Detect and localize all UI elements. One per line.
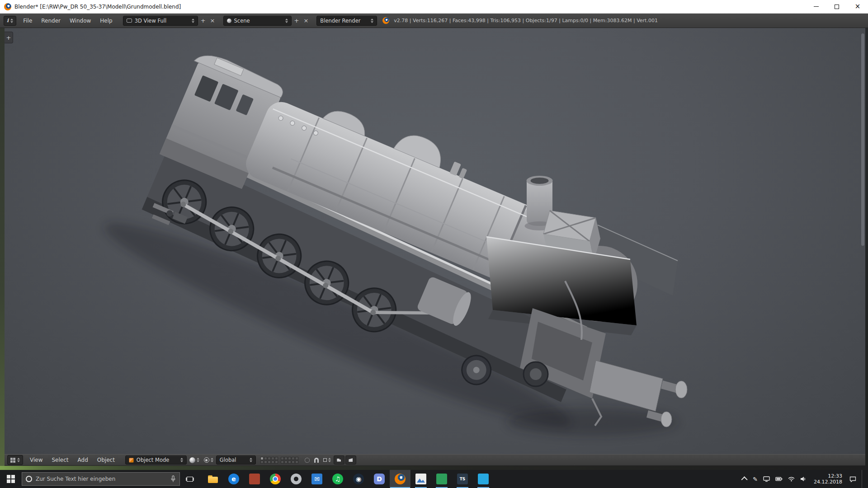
viewport-scrollbar[interactable] <box>861 33 864 246</box>
layer-12[interactable] <box>284 457 288 460</box>
tray-monitor-icon[interactable] <box>763 476 770 482</box>
taskbar-app-app-red[interactable] <box>244 470 265 488</box>
editor-grid-icon <box>10 458 15 463</box>
scene-selector[interactable]: Scene <box>223 16 292 26</box>
menu-render[interactable]: Render <box>37 14 65 28</box>
cortana-icon <box>26 476 32 482</box>
layer-9[interactable] <box>271 460 274 464</box>
add-layout-button[interactable]: + <box>199 18 208 23</box>
orientation-value: Global <box>220 457 236 463</box>
transform-orientation-selector[interactable]: Global <box>216 455 256 465</box>
layer-13[interactable] <box>288 457 291 460</box>
layer-16[interactable] <box>281 460 284 464</box>
blender-logo-icon <box>382 17 389 24</box>
taskbar-app-teamspeak[interactable]: TS <box>452 470 473 488</box>
microphone-icon[interactable] <box>170 475 176 483</box>
editor-type-selector[interactable]: i <box>4 16 16 26</box>
viewport-shading-selector[interactable] <box>188 455 201 465</box>
desktop-wallpaper-strip <box>0 466 868 470</box>
taskbar-app-spotify[interactable]: ♫ <box>327 470 348 488</box>
taskbar-app-blender[interactable] <box>390 470 410 488</box>
object-mode-cube-icon <box>129 458 134 463</box>
add-scene-button[interactable]: + <box>292 18 301 23</box>
layer-2[interactable] <box>264 457 267 460</box>
layer-17[interactable] <box>284 460 288 464</box>
window-controls: × <box>806 0 868 13</box>
tray-expand-icon[interactable] <box>741 476 748 483</box>
render-engine-selector[interactable]: Blender Render <box>316 16 377 26</box>
taskbar-clock[interactable]: 12:33 24.12.2018 <box>812 473 844 485</box>
layer-3[interactable] <box>268 457 271 460</box>
tray-pen-icon[interactable]: ✎ <box>753 476 758 483</box>
snap-element-selector[interactable] <box>321 455 333 465</box>
chevron-updown-icon <box>328 458 331 462</box>
layer-11[interactable] <box>281 457 284 460</box>
layer-20[interactable] <box>295 460 298 464</box>
taskbar-app-steam[interactable]: ◉ <box>348 470 369 488</box>
layer-6[interactable] <box>260 460 264 464</box>
toolshelf-expand-tab[interactable]: + <box>5 32 13 43</box>
layer-7[interactable] <box>264 460 267 464</box>
menu-add[interactable]: Add <box>74 455 92 465</box>
layer-19[interactable] <box>292 460 295 464</box>
menu-view[interactable]: View <box>26 455 47 465</box>
maximize-button[interactable] <box>826 0 847 13</box>
mode-selector[interactable]: Object Mode <box>125 455 187 465</box>
taskbar-app-app-green[interactable] <box>431 470 452 488</box>
minimize-icon <box>814 6 819 7</box>
opengl-render-button[interactable] <box>334 455 344 465</box>
blender-icon <box>395 474 406 484</box>
close-button[interactable]: × <box>847 0 868 13</box>
settings-icon <box>291 474 302 484</box>
chevron-updown-icon <box>180 458 183 462</box>
taskbar-app-discord[interactable]: D <box>369 470 390 488</box>
delete-layout-button[interactable]: × <box>208 18 217 23</box>
show-desktop-button[interactable] <box>862 470 864 488</box>
locomotive-model[interactable]: ) <box>5 28 865 454</box>
mail-icon: ✉ <box>311 474 322 484</box>
search-input[interactable]: Zur Suche Text hier eingeben <box>22 472 180 486</box>
menu-object[interactable]: Object <box>93 455 119 465</box>
snap-toggle[interactable] <box>312 455 321 465</box>
taskbar-app-edge[interactable]: e <box>223 470 244 488</box>
viewport-editor-type-selector[interactable] <box>7 455 23 465</box>
tray-battery-icon[interactable] <box>775 477 783 481</box>
taskbar-app-chrome[interactable] <box>265 470 286 488</box>
spotify-icon: ♫ <box>332 474 343 484</box>
window-titlebar: Blender* [E:\RW\Pw_DR 50_35-37\Modell\Gr… <box>0 0 868 14</box>
window-title: Blender* [E:\RW\Pw_DR 50_35-37\Modell\Gr… <box>14 4 181 10</box>
layer-10[interactable] <box>275 460 278 464</box>
proportional-edit-selector[interactable] <box>303 455 311 465</box>
layer-1[interactable] <box>260 457 264 460</box>
windows-logo-icon <box>7 475 15 483</box>
delete-scene-button[interactable]: × <box>302 18 310 23</box>
taskbar-app-settings[interactable] <box>286 470 307 488</box>
3d-viewport[interactable]: ) <box>5 28 865 454</box>
menu-select[interactable]: Select <box>47 455 72 465</box>
task-view-button[interactable] <box>180 470 200 488</box>
taskbar-app-app-blue[interactable] <box>473 470 494 488</box>
menu-file[interactable]: File <box>19 14 36 28</box>
pivot-point-selector[interactable] <box>202 455 215 465</box>
screen-layout-selector[interactable]: 3D View Full <box>123 16 198 26</box>
scene-icon <box>227 19 231 23</box>
action-center-icon[interactable] <box>849 476 856 482</box>
menu-help[interactable]: Help <box>96 14 116 28</box>
layer-18[interactable] <box>288 460 291 464</box>
taskbar-apps: e✉♫◉DTS <box>203 470 494 488</box>
menu-window[interactable]: Window <box>66 14 95 28</box>
layer-5[interactable] <box>275 457 278 460</box>
opengl-render-anim-button[interactable] <box>345 455 356 465</box>
start-button[interactable] <box>0 470 22 488</box>
taskbar-app-explorer[interactable] <box>203 470 223 488</box>
taskbar-app-mail[interactable]: ✉ <box>307 470 327 488</box>
layer-15[interactable] <box>295 457 298 460</box>
tray-volume-icon[interactable] <box>800 476 807 482</box>
chevron-updown-icon <box>371 19 373 23</box>
layer-14[interactable] <box>292 457 295 460</box>
layer-4[interactable] <box>271 457 274 460</box>
layer-8[interactable] <box>268 460 271 464</box>
minimize-button[interactable] <box>806 0 826 13</box>
tray-network-icon[interactable] <box>788 477 795 482</box>
taskbar-app-photos[interactable] <box>410 470 431 488</box>
